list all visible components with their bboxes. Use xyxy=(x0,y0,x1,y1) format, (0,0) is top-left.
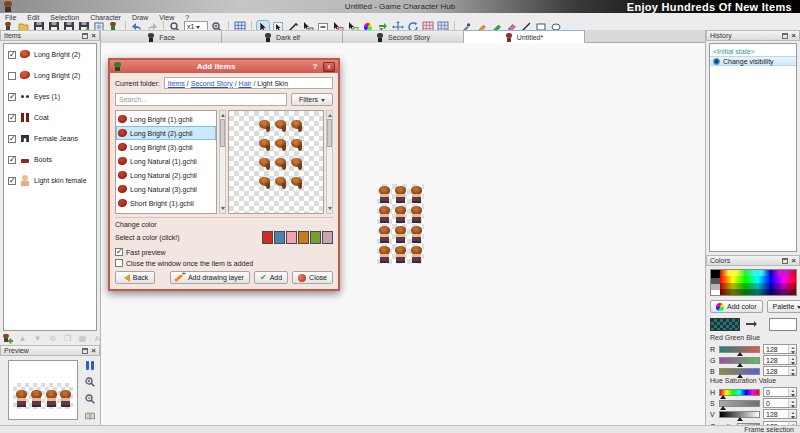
red-slider[interactable] xyxy=(719,346,760,353)
remove-item-icon[interactable]: ⊖ xyxy=(47,333,58,344)
visibility-checkbox[interactable] xyxy=(8,156,16,164)
fast-preview-option[interactable]: Fast preview xyxy=(115,248,333,256)
color-swatch[interactable] xyxy=(286,231,297,244)
value-spinbox[interactable]: 128 xyxy=(763,409,797,419)
breadcrumb-link-items[interactable]: Items xyxy=(168,80,185,87)
close-panel-icon[interactable]: × xyxy=(791,258,796,264)
pause-icon[interactable] xyxy=(84,359,96,371)
item-frames-icon[interactable]: ▦ xyxy=(77,333,88,344)
zoom-out-icon[interactable] xyxy=(84,393,96,405)
history-entry[interactable]: Change visibility xyxy=(710,56,796,66)
breadcrumb-link-second-story[interactable]: Second Story xyxy=(191,80,233,87)
color-swatch[interactable] xyxy=(262,231,273,244)
item-row[interactable]: Long Bright (2) xyxy=(4,44,96,65)
background-book-icon[interactable] xyxy=(84,410,96,422)
file-list-scrollbar[interactable] xyxy=(219,110,226,214)
visibility-checkbox[interactable] xyxy=(8,51,16,59)
add-drawing-layer-button[interactable]: Add drawing layer xyxy=(170,271,250,284)
file-row[interactable]: Long Natural (1).gchli xyxy=(116,154,216,168)
add-button[interactable]: ✔Add xyxy=(254,271,288,284)
close-panel-icon[interactable]: × xyxy=(91,348,96,354)
float-panel-icon[interactable] xyxy=(782,33,788,39)
item-row[interactable]: Coat xyxy=(4,107,96,128)
green-slider[interactable] xyxy=(719,357,760,364)
breadcrumb-link-hair[interactable]: Hair xyxy=(239,80,252,87)
color-swatch[interactable] xyxy=(322,231,333,244)
green-spinbox[interactable]: 128 xyxy=(763,355,797,365)
tab-second-story[interactable]: Second Story xyxy=(343,30,464,43)
swap-colors-icon[interactable] xyxy=(745,320,758,330)
scroll-down-icon[interactable] xyxy=(327,206,332,213)
item-row[interactable]: Boots xyxy=(4,149,96,170)
visibility-checkbox[interactable] xyxy=(8,72,16,80)
scroll-up-icon[interactable] xyxy=(327,111,332,118)
spin-down-icon[interactable] xyxy=(789,371,796,375)
help-button[interactable]: ? xyxy=(310,62,320,71)
item-row[interactable]: Long Bright (2) xyxy=(4,65,96,86)
file-row[interactable]: Long Bright (3).gchli xyxy=(116,140,216,154)
close-button[interactable]: Close xyxy=(292,271,333,284)
item-row[interactable]: Light skin female xyxy=(4,170,96,191)
float-panel-icon[interactable] xyxy=(782,258,788,264)
file-row[interactable]: Long Natural (3).gchli xyxy=(116,182,216,196)
blue-spinbox[interactable]: 128 xyxy=(763,366,797,376)
visibility-checkbox[interactable] xyxy=(8,114,16,122)
title-bar[interactable]: Untitled - Game Character Hub Enjoy Hund… xyxy=(0,0,800,13)
file-row[interactable]: Long Natural (2).gchli xyxy=(116,168,216,182)
scrollbar-thumb[interactable] xyxy=(220,119,225,147)
spin-down-icon[interactable] xyxy=(789,349,796,353)
float-panel-icon[interactable] xyxy=(82,348,88,354)
hue-spinbox[interactable]: 0 xyxy=(763,387,797,397)
close-panel-icon[interactable]: × xyxy=(91,33,96,39)
scroll-down-icon[interactable] xyxy=(220,206,225,213)
back-button[interactable]: Back xyxy=(115,271,155,284)
secondary-color-swatch[interactable] xyxy=(769,318,797,331)
file-row[interactable]: Long Bright (1).gchli xyxy=(116,112,216,126)
visibility-checkbox[interactable] xyxy=(8,177,16,185)
zoom-in-icon[interactable] xyxy=(84,376,96,388)
close-dialog-button[interactable]: x xyxy=(323,62,335,72)
close-on-add-option[interactable]: Close the window once the item is added xyxy=(115,259,333,267)
move-down-icon[interactable]: ▼ xyxy=(32,333,43,344)
spin-down-icon[interactable] xyxy=(789,414,796,418)
item-row[interactable]: Female Jeans xyxy=(4,128,96,149)
blue-slider[interactable] xyxy=(719,368,760,375)
spin-down-icon[interactable] xyxy=(789,360,796,364)
fast-preview-checkbox[interactable] xyxy=(115,248,123,256)
grayscale-column[interactable] xyxy=(711,270,720,295)
tab-dark-elf[interactable]: Dark elf xyxy=(222,30,343,43)
visibility-checkbox[interactable] xyxy=(8,135,16,143)
search-input[interactable] xyxy=(115,93,287,106)
primary-color-swatch[interactable] xyxy=(710,318,740,331)
palette-button[interactable]: Palette xyxy=(767,300,800,313)
saturation-slider[interactable] xyxy=(719,400,760,407)
filters-button[interactable]: Filters xyxy=(291,93,333,106)
color-swatch[interactable] xyxy=(310,231,321,244)
hue-slider[interactable] xyxy=(719,389,760,396)
duplicate-item-icon[interactable]: ❐ xyxy=(62,333,73,344)
item-row[interactable]: Eyes (1) xyxy=(4,86,96,107)
color-swatch[interactable] xyxy=(298,231,309,244)
scroll-up-icon[interactable] xyxy=(220,111,225,118)
tab-untitled[interactable]: Untitled* xyxy=(464,30,585,43)
visibility-checkbox[interactable] xyxy=(8,93,16,101)
red-spinbox[interactable]: 128 xyxy=(763,344,797,354)
file-row-selected[interactable]: Long Bright (2).gchli xyxy=(116,126,216,140)
add-item-icon[interactable] xyxy=(2,333,13,344)
history-entry[interactable]: <Initial state> xyxy=(710,46,796,56)
spin-down-icon[interactable] xyxy=(789,403,796,407)
color-swatch[interactable] xyxy=(274,231,285,244)
scrollbar-thumb[interactable] xyxy=(327,119,332,147)
color-spectrum[interactable] xyxy=(710,269,797,296)
move-up-icon[interactable]: ▲ xyxy=(17,333,28,344)
close-panel-icon[interactable]: × xyxy=(791,33,796,39)
file-row[interactable]: Short Bright (1).gchli xyxy=(116,196,216,210)
spin-down-icon[interactable] xyxy=(789,392,796,396)
add-color-button[interactable]: Add color xyxy=(710,300,763,313)
saturation-spinbox[interactable]: 0 xyxy=(763,398,797,408)
value-slider[interactable] xyxy=(719,411,760,418)
close-on-add-checkbox[interactable] xyxy=(115,259,123,267)
float-panel-icon[interactable] xyxy=(82,33,88,39)
tab-face[interactable]: Face xyxy=(101,30,222,43)
preview-scrollbar[interactable] xyxy=(326,110,333,214)
